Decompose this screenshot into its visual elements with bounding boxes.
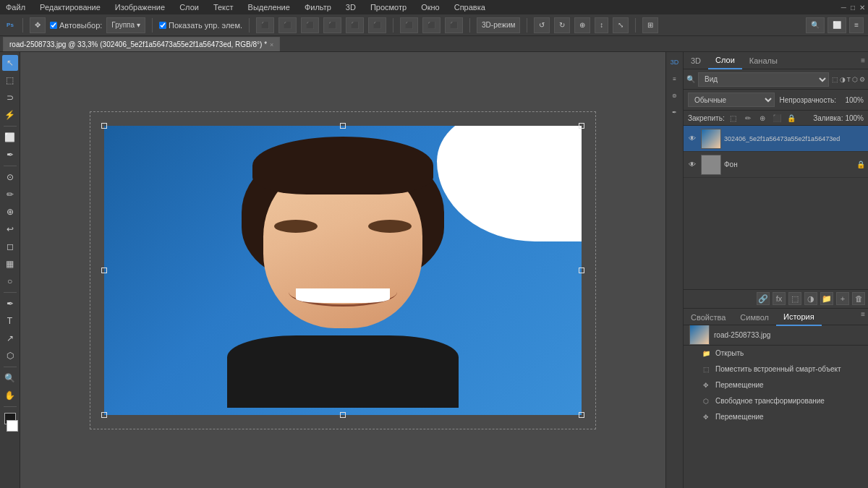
lock-artboard-icon[interactable]: ⊕ [757,112,768,124]
group-dropdown[interactable]: Группа ▾ [106,17,145,33]
menu-item-layers[interactable]: Слои [176,3,202,12]
shape-tool-btn[interactable]: ⬡ [2,348,18,364]
menu-item-file[interactable]: Файл [3,3,28,12]
menu-item-view[interactable]: Просмотр [367,3,409,12]
move-tool-btn[interactable]: ↖ [2,55,18,71]
add-adjustment-btn[interactable]: ◑ [804,292,817,305]
history-item-0[interactable]: 📁 Открыть [684,346,868,361]
distribute-right-btn[interactable]: ⬛ [445,17,463,33]
minimize-button[interactable]: ─ [841,4,846,12]
channels-panel-icon[interactable]: ⊚ [668,88,682,103]
rotate-3d-btn[interactable]: ↺ [534,17,550,33]
sub-panel-menu-icon[interactable]: ≡ [861,310,865,318]
maximize-button[interactable]: □ [851,4,855,12]
extras-btn[interactable]: ≡ [849,17,864,33]
menu-item-select[interactable]: Выделение [245,3,293,12]
eraser-tool-btn[interactable]: ◻ [2,239,18,254]
shape-filter-icon[interactable]: ⬡ [852,76,858,83]
pixel-filter-icon[interactable]: ⬚ [832,76,838,83]
clone-stamp-btn[interactable]: ⊕ [2,204,18,220]
document-tab[interactable]: road-2508733.jpg @ 33,3% (302406_5e2f1a5… [3,37,280,51]
roll-3d-btn[interactable]: ↻ [554,17,570,33]
layer-vis-1[interactable]: 👁 [686,133,698,145]
close-button[interactable]: ✕ [859,4,865,12]
hand-tool-btn[interactable]: ✋ [2,388,18,403]
menu-item-help[interactable]: Справка [451,3,488,12]
show-controls-checkbox[interactable] [159,22,166,29]
blend-mode-select[interactable]: Обычные [688,93,775,107]
align-bottom-btn[interactable]: ⬛ [368,17,386,33]
distribute-center-btn[interactable]: ⬛ [422,17,441,33]
menu-item-window[interactable]: Окно [418,3,443,12]
align-top-btn[interactable]: ⬛ [323,17,341,33]
tab-channels[interactable]: Каналы [742,52,785,69]
add-style-btn[interactable]: fx [773,292,786,305]
history-item-2[interactable]: ✥ Перемещение [684,377,868,393]
tab-close-icon[interactable]: × [270,41,273,48]
canvas-image[interactable] [104,126,582,415]
eyedropper-tool-btn[interactable]: ✒ [2,147,18,163]
zoom-tool-btn[interactable]: 🔍 [2,370,18,386]
workspace-btn[interactable]: ⬜ [827,17,846,33]
search-btn[interactable]: 🔍 [806,17,825,33]
delete-layer-btn[interactable]: 🗑 [852,292,865,305]
pan-3d-btn[interactable]: ⊕ [574,17,590,33]
filter-type-select[interactable]: Вид [698,72,829,87]
history-item-4[interactable]: ✥ Перемещение [684,409,868,425]
pen-tool-btn[interactable]: ✒ [2,296,18,312]
paths-panel-icon[interactable]: ✒ [668,105,682,119]
menu-item-edit[interactable]: Редактирование [37,3,103,12]
align-right-btn[interactable]: ⬛ [301,17,319,33]
brush-tool-btn[interactable]: ✏ [2,187,18,202]
menu-item-text[interactable]: Текст [210,3,237,12]
spot-heal-btn[interactable]: ⊙ [2,169,18,185]
add-mask-btn[interactable]: ⬚ [788,292,801,305]
add-group-btn[interactable]: 📁 [820,292,833,305]
layer-vis-2[interactable]: 👁 [686,159,698,171]
lock-position-icon[interactable]: ✏ [742,112,754,124]
slide-3d-btn[interactable]: ↕ [595,17,608,33]
lock-all-icon[interactable]: ⬛ [771,112,783,124]
lock-icon[interactable]: 🔒 [786,112,797,124]
tab-layers[interactable]: Слои [708,52,742,69]
add-layer-btn[interactable]: + [836,292,849,305]
adjust-filter-icon[interactable]: ◑ [840,76,846,83]
path-select-btn[interactable]: ↗ [2,330,18,346]
menu-item-image[interactable]: Изображение [112,3,168,12]
text-tool-btn[interactable]: T [2,313,18,329]
tab-3d[interactable]: 3D [684,52,708,69]
text-filter-icon[interactable]: T [847,76,851,83]
dodge-tool-btn[interactable]: ○ [2,273,18,289]
tab-history[interactable]: История [776,309,822,326]
tab-symbol[interactable]: Символ [733,309,776,326]
align-left-btn[interactable]: ⬛ [256,17,274,33]
layers-panel-icon[interactable]: ≡ [668,72,682,86]
quick-select-btn[interactable]: ⚡ [2,107,18,123]
grid-btn[interactable]: ⊞ [642,17,658,33]
history-item-1[interactable]: ⬚ Поместить встроенный смарт-объект [684,361,868,377]
crop-tool-btn[interactable]: ⬜ [2,129,18,145]
lasso-tool-btn[interactable]: ⊃ [2,90,18,106]
3d-mode-btn[interactable]: 3D-режим [477,17,520,33]
tab-properties[interactable]: Свойства [684,309,733,326]
distribute-left-btn[interactable]: ⬛ [400,17,418,33]
align-middle-btn[interactable]: ⬛ [346,17,364,33]
gradient-tool-btn[interactable]: ▦ [2,256,18,272]
history-item-3[interactable]: ⬡ Свободное трансформирование [684,393,868,409]
layer-item-smart[interactable]: 👁 302406_5e2f1a56473a55e2f1a56473ed [684,126,868,152]
scale-3d-btn[interactable]: ⤡ [613,17,629,33]
menu-item-filter[interactable]: Фильтр [302,3,334,12]
lock-pixels-icon[interactable]: ⬚ [728,112,739,124]
panel-menu-icon[interactable]: ≡ [861,56,865,64]
layer-item-bg[interactable]: 👁 Фон 🔒 [684,152,868,178]
history-brush-btn[interactable]: ↩ [2,221,18,237]
smart-filter-icon[interactable]: ⚙ [859,76,865,83]
link-layers-btn[interactable]: 🔗 [757,292,770,305]
autofocus-checkbox[interactable] [50,22,57,29]
align-center-btn[interactable]: ⬛ [278,17,297,33]
menu-item-3d[interactable]: 3D [343,3,359,12]
select-tool-btn[interactable]: ⬚ [2,72,18,88]
3d-panel-icon[interactable]: 3D [668,55,682,69]
move-tool-options[interactable]: ✥ [30,17,46,33]
background-color[interactable] [7,420,18,432]
